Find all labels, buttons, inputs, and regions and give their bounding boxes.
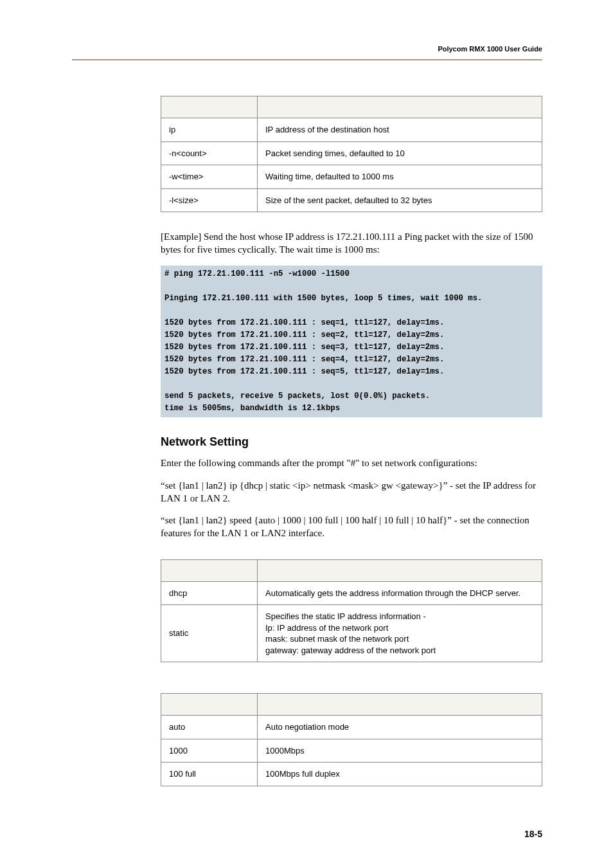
table-row: static Specifies the static IP address i… — [161, 605, 542, 662]
ping-params-table: ip IP address of the destination host -n… — [161, 96, 542, 212]
network-paragraph-1: Enter the following commands after the p… — [161, 457, 542, 469]
table-row: auto Auto negotiation mode — [161, 716, 542, 739]
table-row: 100 full 100Mbps full duplex — [161, 763, 542, 786]
param-key: ip — [161, 118, 258, 142]
param-desc: Packet sending times, defaulted to 10 — [258, 141, 542, 165]
param-key: dhcp — [161, 581, 258, 605]
page-number: 18-5 — [524, 829, 542, 839]
example-intro: [Example] Send the host whose IP address… — [161, 230, 542, 257]
header-divider — [72, 59, 542, 60]
param-key: 1000 — [161, 739, 258, 763]
param-desc: Automatically gets the address informati… — [258, 581, 542, 605]
param-desc: Size of the sent packet, defaulted to 32… — [258, 188, 542, 212]
ip-mode-table: dhcp Automatically gets the address info… — [161, 559, 542, 663]
param-desc: 1000Mbps — [258, 739, 542, 763]
network-paragraph-3: “set {lan1 | lan2} speed {auto | 1000 | … — [161, 514, 542, 540]
table-row: -w<time> Waiting time, defaulted to 1000… — [161, 165, 542, 189]
param-desc: Waiting time, defaulted to 1000 ms — [258, 165, 542, 189]
param-desc: Auto negotiation mode — [258, 716, 542, 739]
header-title: Polycom RMX 1000 User Guide — [90, 45, 542, 53]
param-key: 100 full — [161, 763, 258, 786]
table-row: -n<count> Packet sending times, defaulte… — [161, 141, 542, 165]
terminal-output: # ping 172.21.100.111 -n5 -w1000 -l1500 … — [161, 266, 542, 418]
param-key: -n<count> — [161, 141, 258, 165]
network-paragraph-2: “set {lan1 | lan2} ip {dhcp | static <ip… — [161, 479, 542, 505]
table-row: dhcp Automatically gets the address info… — [161, 581, 542, 605]
speed-table: auto Auto negotiation mode 1000 1000Mbps… — [161, 693, 542, 786]
table-row: 1000 1000Mbps — [161, 739, 542, 763]
section-heading: Network Setting — [161, 435, 542, 449]
param-key: static — [161, 605, 258, 662]
param-desc: Specifies the static IP address informat… — [258, 605, 542, 662]
table-row: -l<size> Size of the sent packet, defaul… — [161, 188, 542, 212]
param-key: auto — [161, 716, 258, 739]
param-desc: 100Mbps full duplex — [258, 763, 542, 786]
param-key: -w<time> — [161, 165, 258, 189]
param-desc: IP address of the destination host — [258, 118, 542, 142]
table-row: ip IP address of the destination host — [161, 118, 542, 142]
param-key: -l<size> — [161, 188, 258, 212]
